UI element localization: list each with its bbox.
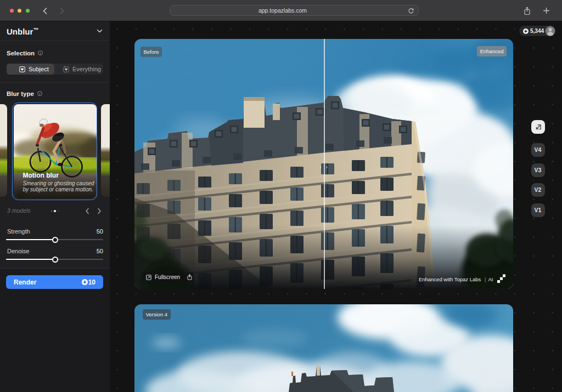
- svg-text:‹: ‹: [320, 164, 322, 170]
- svg-text:›: ›: [326, 164, 328, 170]
